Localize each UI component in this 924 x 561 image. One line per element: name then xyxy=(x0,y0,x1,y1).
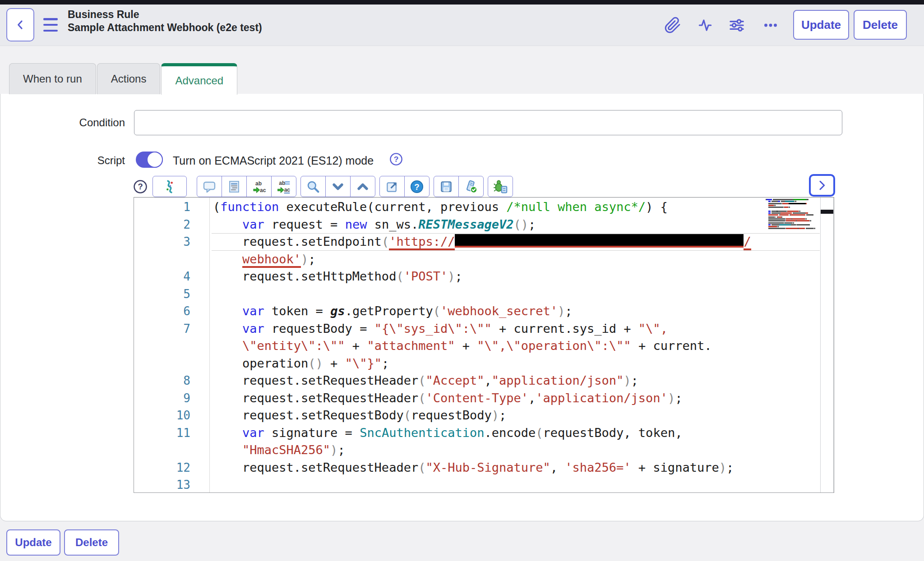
line-number: 5 xyxy=(134,285,190,303)
code-line-6: 6 var token = gs.getProperty('webhook_se… xyxy=(134,303,834,320)
replace-icon: abac xyxy=(252,179,266,194)
code-line-8: 8 request.setRequestHeader("Accept","app… xyxy=(134,372,834,390)
line-number: 11 xyxy=(134,424,190,442)
line-number: 2 xyxy=(134,216,190,234)
script-label: Script xyxy=(0,154,125,167)
delete-button-footer[interactable]: Delete xyxy=(64,529,119,556)
find-next-icon xyxy=(331,180,345,193)
context-menu-icon[interactable] xyxy=(43,18,58,32)
line-number: 8 xyxy=(134,372,190,390)
line-number xyxy=(134,251,190,268)
chevron-right-icon xyxy=(816,179,828,192)
help-button[interactable]: ? xyxy=(404,176,430,197)
code-line-2: 2 var request = new sn_ws.RESTMessageV2(… xyxy=(134,216,834,234)
syntax-editor-macro-icon xyxy=(162,179,177,194)
editor-help-icon[interactable]: ? xyxy=(133,179,148,194)
code-line-1: 1(function executeRule(current, previous… xyxy=(134,198,834,216)
code-line-7: 7 var requestBody = "{\"sys_id\":\"" + c… xyxy=(134,320,834,338)
redacted-endpoint-url xyxy=(455,234,744,248)
activity-stream-icon[interactable] xyxy=(695,15,715,35)
delete-button-header[interactable]: Delete xyxy=(854,10,907,40)
save-icon xyxy=(439,180,453,193)
open-new-window-icon xyxy=(385,180,399,193)
toolbar-group xyxy=(152,176,187,197)
save-button[interactable] xyxy=(434,176,459,197)
line-number: 3 xyxy=(134,233,190,251)
editor-scrollbar[interactable] xyxy=(820,198,834,492)
code-line-3: 3 request.setEndpoint('https:/// xyxy=(134,233,834,251)
script-editor-toolbar: ? abacabac? xyxy=(133,176,517,197)
line-number: 12 xyxy=(134,459,190,477)
find-previous-icon xyxy=(356,180,370,193)
line-number: 10 xyxy=(134,407,190,424)
expand-editor-button[interactable] xyxy=(809,174,835,197)
tab-when-to-run[interactable]: When to run xyxy=(9,63,96,94)
line-number: 13 xyxy=(134,476,190,493)
search-button[interactable] xyxy=(300,176,326,197)
line-number xyxy=(134,337,190,355)
code-line-10: 10 request.setRequestBody(requestBody); xyxy=(134,407,834,424)
form-tabs: When to runActionsAdvanced xyxy=(9,63,238,94)
advanced-tab-panel: Condition Script Turn on ECMAScript 2021… xyxy=(0,94,924,521)
help-icon: ? xyxy=(410,179,424,194)
code-minimap xyxy=(766,199,819,233)
svg-text:ab: ab xyxy=(255,180,262,186)
svg-text:ab: ab xyxy=(279,180,285,186)
tab-actions[interactable]: Actions xyxy=(97,63,161,94)
personalize-form-icon[interactable] xyxy=(727,15,747,35)
find-next-button[interactable] xyxy=(325,176,351,197)
line-number: 1 xyxy=(134,198,190,216)
code-line-wrap: webhook'); xyxy=(134,251,834,268)
code-line-wrap: \"entity\":\"" + "attachment" + "\",\"op… xyxy=(134,337,834,355)
syntax-editor-macro-button[interactable] xyxy=(152,176,187,197)
tab-advanced[interactable]: Advanced xyxy=(161,63,237,95)
attachment-icon[interactable] xyxy=(663,15,683,35)
es12-help-icon[interactable]: ? xyxy=(388,152,404,167)
update-button-header[interactable]: Update xyxy=(793,10,849,40)
code-line-9: 9 request.setRequestHeader('Content-Type… xyxy=(134,390,834,407)
form-header: Business Rule Sample Attachment Webhook … xyxy=(0,5,924,46)
toggle-knob xyxy=(147,152,163,168)
code-lines: 1(function executeRule(current, previous… xyxy=(134,198,834,493)
replace-all-button[interactable]: abac xyxy=(271,176,296,197)
svg-text:?: ? xyxy=(394,155,399,164)
svg-text:?: ? xyxy=(414,182,419,191)
format-code-button[interactable] xyxy=(222,176,247,197)
code-line-13: 13 xyxy=(134,476,834,493)
code-line-5: 5 xyxy=(134,285,834,303)
code-line-12: 12 request.setRequestHeader("X-Hub-Signa… xyxy=(134,459,834,477)
script-debugger-button[interactable] xyxy=(488,176,513,197)
line-number: 9 xyxy=(134,390,190,407)
code-line-4: 4 request.setHttpMethod('POST'); xyxy=(134,268,834,285)
more-options-icon[interactable] xyxy=(761,15,781,35)
open-new-window-button[interactable] xyxy=(379,176,405,197)
script-code-editor[interactable]: 1(function executeRule(current, previous… xyxy=(134,197,834,493)
condition-input[interactable] xyxy=(134,110,842,135)
toggle-comment-icon xyxy=(202,179,217,194)
es12-toggle-label: Turn on ECMAScript 2021 (ES12) mode xyxy=(173,154,374,167)
replace-button[interactable]: abac xyxy=(246,176,272,197)
validate-script-icon xyxy=(464,179,478,194)
find-previous-button[interactable] xyxy=(350,176,375,197)
svg-text:ac: ac xyxy=(284,187,291,193)
chevron-left-icon xyxy=(14,18,27,32)
code-line-wrap: "HmacSHA256"); xyxy=(134,441,834,459)
line-number xyxy=(134,441,190,459)
es12-toggle[interactable] xyxy=(136,152,163,168)
toggle-comment-button[interactable] xyxy=(197,176,222,197)
code-line-wrap: operation() + "\"}"; xyxy=(134,355,834,372)
svg-text:?: ? xyxy=(138,182,143,191)
script-debugger-icon xyxy=(493,179,508,194)
toolbar-button-groups: abacabac? xyxy=(152,176,517,197)
window-top-bar xyxy=(0,0,924,5)
back-button[interactable] xyxy=(6,8,34,41)
toolbar-group xyxy=(488,176,513,197)
validate-script-button[interactable] xyxy=(458,176,484,197)
record-name: Sample Attachment Webhook (e2e test) xyxy=(68,21,262,34)
toolbar-group: abacabac xyxy=(197,176,296,197)
svg-text:ac: ac xyxy=(260,187,266,193)
gutter-divider xyxy=(209,198,210,492)
toolbar-group: ? xyxy=(379,176,430,197)
update-button-footer[interactable]: Update xyxy=(6,529,60,556)
replace-all-icon: abac xyxy=(277,179,291,194)
